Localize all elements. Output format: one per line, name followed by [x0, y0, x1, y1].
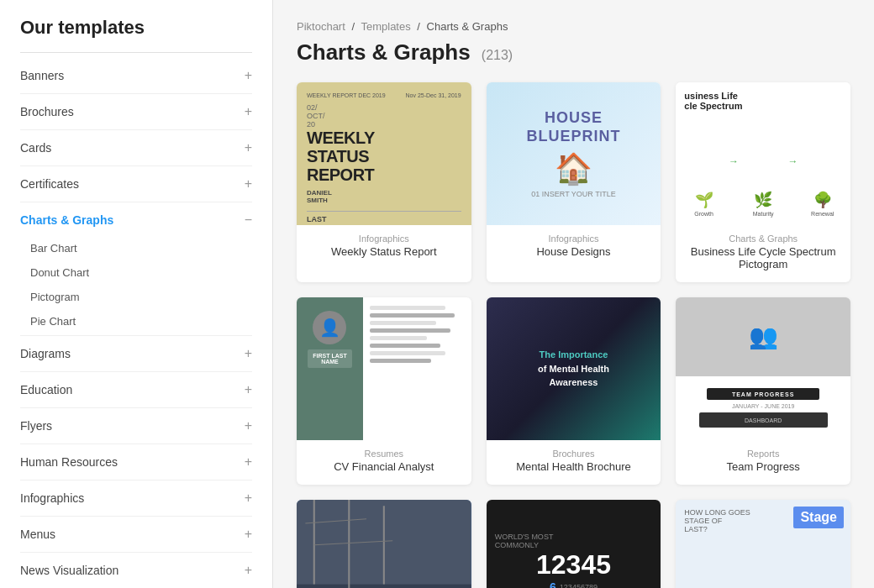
thumb-weekly-inner: WEEKLY REPORT DEC 2019 Nov 25-Dec 31, 20… — [297, 82, 471, 225]
template-card-team[interactable]: 👥 TEAM PROGRESS JANUARY - JUNE 2019 DASH… — [676, 297, 850, 485]
template-card-photo[interactable]: Charts & Graphs Urban Photography — [297, 500, 471, 588]
divider — [20, 407, 252, 408]
sidebar-item-news-visualization[interactable]: News Visualization + — [0, 554, 272, 586]
template-info-house: Infographics House Designs — [487, 225, 661, 270]
team-dark-text: DASHBOARD — [745, 417, 782, 423]
template-grid: WEEKLY REPORT DEC 2019 Nov 25-Dec 31, 20… — [297, 82, 850, 588]
sidebar-item-label: Flyers — [20, 419, 52, 433]
lifecycle-stage-2: 🌿 Maturity — [744, 191, 783, 217]
cv-line-2 — [370, 313, 455, 318]
thumb-lifecycle-inner: usiness Lifecle Spectrum 🌱 Growth → 🌿 Ma… — [676, 82, 850, 225]
sidebar-item-charts-graphs[interactable]: Charts & Graphs − — [0, 204, 272, 236]
breadcrumb-sep-2: / — [417, 20, 420, 33]
sidebar-item-label: Brochures — [20, 105, 74, 118]
expand-icon: + — [245, 68, 252, 83]
sidebar-item-diagrams[interactable]: Diagrams + — [0, 338, 272, 370]
cv-line-6 — [370, 344, 441, 348]
template-card-stage[interactable]: HOW LONG GOESSTAGE OFLAST? Stage Stage 1… — [676, 500, 850, 588]
template-thumb-brochure: The Importance of Mental HealthAwareness — [487, 297, 661, 440]
template-card-brochure[interactable]: The Importance of Mental HealthAwareness… — [487, 297, 661, 485]
sidebar-item-label: Infographics — [20, 491, 84, 505]
template-card-cv[interactable]: 👤 FIRST LASTNAME Re — [297, 297, 471, 485]
sidebar-item-certificates[interactable]: Certificates + — [0, 168, 272, 200]
thumb-photo-inner — [297, 500, 471, 588]
photo-svg — [297, 500, 471, 588]
sidebar-item-human-resources[interactable]: Human Resources + — [0, 446, 272, 478]
sidebar-divider — [20, 52, 252, 53]
weekly-header: WEEKLY REPORT DEC 2019 Nov 25-Dec 31, 20… — [307, 92, 461, 98]
svg-rect-1 — [297, 585, 471, 588]
sidebar-item-education[interactable]: Education + — [0, 374, 272, 406]
stats-label-commonly: COMMONLY — [495, 541, 539, 549]
brochure-main-text: of Mental HealthAwareness — [538, 364, 609, 388]
breadcrumb-piktochart[interactable]: Piktochart — [297, 20, 345, 33]
sidebar-item-infographics[interactable]: Infographics + — [0, 482, 272, 514]
sidebar-sub-item-donut-chart[interactable]: Donut Chart — [30, 260, 252, 285]
sidebar-item-menus[interactable]: Menus + — [0, 518, 272, 550]
weekly-date-range: Nov 25-Dec 31, 2019 — [406, 92, 461, 98]
main-content: Piktochart / Templates / Charts & Graphs… — [273, 0, 874, 588]
template-thumb-team: 👥 TEAM PROGRESS JANUARY - JUNE 2019 DASH… — [676, 297, 850, 440]
weekly-wins: LASTWEEKWINS — [307, 211, 461, 225]
sidebar-sub-item-pie-chart[interactable]: Pie Chart — [30, 309, 252, 333]
stats-label-top: WORLD'S MOST — [495, 533, 554, 541]
template-card-lifecycle[interactable]: usiness Lifecle Spectrum 🌱 Growth → 🌿 Ma… — [676, 82, 850, 282]
template-card-house-designs[interactable]: HOUSEBLUEPRINT 🏠 01 INSERT YOUR TITLE In… — [487, 82, 661, 282]
lifecycle-arrow-2: → — [787, 155, 798, 176]
cv-line-1 — [370, 306, 445, 310]
sidebar-sub-item-bar-chart[interactable]: Bar Chart — [30, 236, 252, 260]
lifecycle-label-2: Maturity — [753, 211, 774, 217]
cv-avatar: 👤 — [313, 311, 346, 344]
stats-small-num: 6 — [550, 580, 556, 588]
house-title-text: HOUSEBLUEPRINT — [526, 109, 620, 145]
sidebar-item-label: Cards — [20, 141, 51, 155]
page-title-text: Charts & Graphs — [297, 39, 471, 65]
template-category-house: Infographics — [497, 234, 651, 244]
stats-row: 6 123456789 — [550, 580, 598, 588]
stage-title: Stage — [793, 507, 844, 528]
expand-icon: + — [245, 176, 252, 192]
sidebar-title: Our templates — [0, 17, 272, 52]
template-thumb-stats: WORLD'S MOST COMMONLY 12345 6 123456789 … — [487, 500, 661, 588]
team-sub: JANUARY - JUNE 2019 — [732, 403, 794, 409]
sidebar-sub-item-pictogram[interactable]: Pictogram — [30, 285, 252, 309]
lifecycle-arrow-1: → — [729, 155, 739, 176]
team-photo: 👥 — [676, 297, 850, 376]
template-thumb-house: HOUSEBLUEPRINT 🏠 01 INSERT YOUR TITLE — [487, 82, 661, 225]
template-thumb-photo — [297, 500, 471, 588]
team-bar-text: TEAM PROGRESS — [732, 391, 794, 397]
cv-line-3 — [370, 321, 436, 325]
template-info-team: Reports Team Progress — [676, 440, 850, 485]
sidebar-item-label: Certificates — [20, 177, 79, 191]
page-title: Charts & Graphs (213) — [297, 39, 850, 66]
divider — [20, 93, 252, 94]
sidebar-item-label: Education — [20, 383, 72, 396]
template-card-weekly-status[interactable]: WEEKLY REPORT DEC 2019 Nov 25-Dec 31, 20… — [297, 82, 471, 282]
breadcrumb-current: Charts & Graphs — [427, 20, 508, 33]
sidebar-item-label: Charts & Graphs — [20, 213, 113, 227]
breadcrumb-templates[interactable]: Templates — [361, 20, 410, 33]
thumb-stage-inner: HOW LONG GOESSTAGE OFLAST? Stage Stage 1… — [676, 500, 850, 588]
divider — [20, 444, 252, 444]
cv-left-panel: 👤 FIRST LASTNAME — [297, 297, 363, 440]
divider — [20, 202, 252, 202]
team-dark-strip: DASHBOARD — [699, 412, 828, 428]
template-info-lifecycle: Charts & Graphs Business Life Cycle Spec… — [676, 225, 850, 282]
sidebar-item-cards[interactable]: Cards + — [0, 132, 272, 164]
template-category-cv: Resumes — [307, 449, 461, 459]
template-card-stats[interactable]: WORLD'S MOST COMMONLY 12345 6 123456789 … — [487, 500, 661, 588]
expand-icon: + — [245, 346, 252, 361]
expand-icon: + — [245, 491, 252, 506]
expand-icon: + — [245, 454, 252, 470]
lifecycle-label-1: Growth — [694, 211, 713, 217]
collapse-icon: − — [245, 213, 252, 228]
sidebar-item-banners[interactable]: Banners + — [0, 60, 272, 92]
sidebar-item-brochures[interactable]: Brochures + — [0, 96, 272, 128]
brochure-text: The Importance of Mental HealthAwareness — [538, 348, 609, 390]
template-count: (213) — [482, 48, 513, 62]
lifecycle-icon-1: 🌱 — [695, 191, 713, 209]
divider — [20, 371, 252, 372]
sidebar: Our templates Banners + Brochures + Card… — [0, 0, 273, 588]
sidebar-item-flyers[interactable]: Flyers + — [0, 410, 272, 442]
brochure-accent: The Importance — [540, 349, 608, 360]
